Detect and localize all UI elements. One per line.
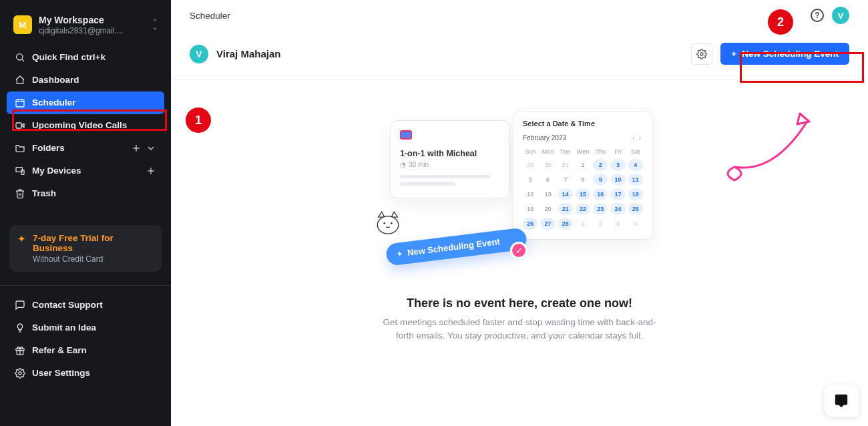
- cal-day: 3: [610, 218, 625, 230]
- empty-state: 1-on-1 with Micheal ◔30 min Select a Dat…: [190, 92, 849, 343]
- svg-point-0: [17, 53, 23, 59]
- add-folder-button[interactable]: [131, 143, 142, 154]
- main-area: Scheduler ? V V Viraj Mahajan + New Sche…: [171, 0, 868, 426]
- illus-event-title: 1-on-1 with Micheal: [400, 149, 500, 158]
- sparkle-icon: ✦: [17, 234, 26, 264]
- cal-weekday: Sat: [628, 147, 643, 156]
- cal-day: 23: [593, 203, 608, 215]
- help-icon[interactable]: ?: [811, 9, 824, 22]
- chat-widget-button[interactable]: [824, 385, 859, 417]
- cal-day: 4: [628, 159, 643, 171]
- sidebar-item-refer-earn[interactable]: Refer & Earn: [7, 339, 164, 362]
- sidebar-item-user-settings[interactable]: User Settings: [7, 362, 164, 385]
- clock-icon: ◔: [400, 161, 406, 168]
- settings-icon: [15, 368, 25, 379]
- cal-day: 24: [610, 203, 625, 215]
- illus-new-event-pill: + New Scheduling Event: [385, 227, 527, 266]
- search-icon: [15, 52, 25, 63]
- panel-user-avatar: V: [190, 45, 208, 63]
- placeholder-line: [400, 175, 490, 178]
- cal-day: 11: [628, 174, 643, 186]
- sidebar-item-submit-idea[interactable]: Submit an Idea: [7, 316, 164, 339]
- cal-weekday: Mon: [540, 147, 555, 156]
- illus-calendar-title: Select a Date & Time: [523, 120, 643, 128]
- cal-weekday: Fri: [610, 147, 625, 156]
- sidebar-item-label: Dashboard: [32, 75, 79, 85]
- empty-state-title: There is no event here, create one now!: [407, 296, 632, 310]
- illus-pill-label: New Scheduling Event: [407, 236, 500, 258]
- cal-day: 1: [576, 218, 590, 230]
- svg-point-17: [700, 53, 703, 55]
- cal-day: 31: [558, 159, 573, 171]
- cal-day: 21: [558, 203, 573, 215]
- cal-day: 20: [540, 203, 555, 215]
- panel-body: 1-on-1 with Micheal ◔30 min Select a Dat…: [171, 79, 868, 412]
- sidebar-item-label: Submit an Idea: [32, 323, 96, 333]
- devices-icon: [15, 166, 25, 176]
- idea-icon: [15, 323, 25, 333]
- cal-weekday: Tue: [558, 147, 573, 156]
- chevron-left-icon: ‹: [630, 134, 636, 142]
- calendar-icon: [15, 97, 25, 108]
- illus-calendar-card: Select a Date & Time February 2023 ‹ › S…: [513, 111, 653, 240]
- quick-find[interactable]: Quick Find ctrl+k: [7, 46, 164, 69]
- cat-mascot-icon: [374, 208, 402, 236]
- add-device-button[interactable]: [146, 166, 156, 176]
- cal-day: 13: [540, 188, 555, 200]
- gear-icon: [696, 49, 707, 59]
- sidebar-item-trash[interactable]: Trash: [7, 182, 164, 205]
- chevron-right-icon: ›: [637, 134, 643, 142]
- sidebar-item-scheduler[interactable]: Scheduler: [7, 91, 164, 114]
- cal-day: 7: [558, 174, 573, 186]
- svg-point-19: [383, 222, 385, 224]
- chevron-down-icon[interactable]: [146, 143, 156, 154]
- scheduler-settings-button[interactable]: [691, 43, 712, 65]
- cal-day: 9: [593, 174, 608, 186]
- sidebar-item-my-devices[interactable]: My Devices: [7, 160, 164, 182]
- sidebar-item-label: Refer & Earn: [32, 345, 87, 355]
- sidebar-item-label: Folders: [32, 143, 65, 153]
- new-scheduling-event-button[interactable]: + New Scheduling Event: [720, 43, 849, 65]
- cal-weekday: Wen: [576, 147, 590, 156]
- panel-user-name: Viraj Mahajan: [216, 48, 280, 59]
- cal-day: 14: [558, 188, 573, 200]
- video-icon: [15, 120, 25, 131]
- gift-icon: [15, 345, 25, 356]
- home-icon: [15, 75, 25, 85]
- cal-day: 26: [523, 218, 537, 230]
- cal-day: 8: [576, 174, 590, 186]
- cal-day: 6: [540, 174, 555, 186]
- illus-calendar-month: February 2023: [523, 134, 566, 142]
- cal-day: 5: [523, 174, 537, 186]
- svg-point-16: [19, 372, 21, 375]
- divider: [0, 285, 171, 286]
- cal-day: 2: [593, 218, 608, 230]
- sidebar-item-contact-support[interactable]: Contact Support: [7, 294, 164, 316]
- sidebar-item-label: User Settings: [32, 368, 90, 378]
- trial-card[interactable]: ✦ 7-day Free Trial for Business Without …: [9, 225, 162, 272]
- sidebar-item-upcoming-calls[interactable]: Upcoming Video Calls: [7, 114, 164, 137]
- app-logo-icon: [400, 130, 412, 140]
- sidebar-item-label: Contact Support: [32, 300, 103, 310]
- new-event-label: New Scheduling Event: [742, 49, 839, 59]
- sidebar-item-label: Trash: [32, 188, 56, 198]
- sidebar-item-label: Scheduler: [32, 97, 75, 108]
- sidebar: M My Workspace cjdigitals2831@gmail.... …: [0, 0, 171, 426]
- sidebar-item-dashboard[interactable]: Dashboard: [7, 69, 164, 91]
- breadcrumb: Scheduler: [190, 11, 230, 21]
- svg-rect-2: [16, 99, 24, 107]
- empty-state-illustration: 1-on-1 with Micheal ◔30 min Select a Dat…: [386, 111, 653, 278]
- sidebar-item-folders[interactable]: Folders: [7, 137, 164, 160]
- svg-point-20: [391, 222, 393, 224]
- cal-weekday: Sun: [523, 147, 537, 156]
- cal-day: 4: [628, 218, 643, 230]
- plus-icon: +: [731, 49, 736, 59]
- user-avatar[interactable]: V: [832, 7, 849, 24]
- trial-title: 7-day Free Trial for Business: [33, 233, 154, 253]
- sidebar-item-label: My Devices: [32, 166, 81, 176]
- cal-day: 22: [576, 203, 590, 215]
- cal-day: 18: [628, 188, 643, 200]
- workspace-switcher[interactable]: M My Workspace cjdigitals2831@gmail.... …: [7, 9, 164, 42]
- cal-day: 17: [610, 188, 625, 200]
- plus-icon: +: [397, 248, 403, 259]
